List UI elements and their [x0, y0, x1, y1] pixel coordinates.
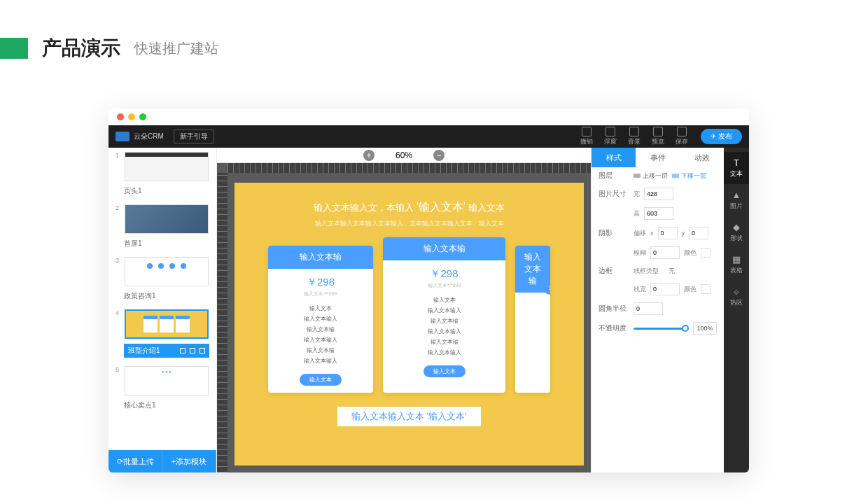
save-button[interactable]: 保存 [676, 127, 688, 146]
slide-item[interactable]: 3 政策咨询1 [108, 253, 216, 305]
slide-label: 页头1 [124, 186, 209, 196]
tool-image[interactable]: ▲图片 [724, 184, 749, 216]
card-button[interactable]: 输入文本 [424, 365, 465, 377]
slide-item[interactable]: 5 ● ● ● 核心卖点1 [108, 362, 216, 414]
tool-hotzone[interactable]: ⟐热区 [724, 281, 749, 313]
shape-icon: ◆ [732, 222, 741, 232]
border-width-input[interactable] [650, 283, 680, 295]
shadow-x-input[interactable] [658, 227, 678, 239]
slide-item[interactable]: 4 班型介绍1 [108, 305, 216, 362]
brand-logo: 云朵CRM [115, 132, 164, 141]
edit-icon[interactable] [180, 348, 186, 354]
card-button[interactable]: 输入文本 [300, 374, 342, 386]
float-button[interactable]: 浮窗 [604, 127, 617, 146]
copy-icon[interactable] [190, 348, 195, 354]
layer-up-button[interactable]: 上移一层 [634, 172, 668, 181]
card-header: 输入文本输 [268, 246, 373, 269]
width-input[interactable] [644, 188, 673, 200]
slide-thumb[interactable] [125, 204, 209, 234]
batch-upload-button[interactable]: ⟳ 批量上传 [108, 450, 162, 472]
minimize-icon[interactable] [128, 113, 135, 120]
page-header: 产品演示 快速推广建站 [0, 0, 847, 76]
close-icon[interactable] [117, 113, 124, 120]
add-module-button[interactable]: + 添加模块 [162, 450, 216, 472]
layer-up-icon [634, 174, 640, 178]
slide-item[interactable]: 1 页头1 [108, 148, 216, 200]
preview-button[interactable]: 预览 [652, 127, 664, 146]
price-card-featured[interactable]: 输入文本输 ￥298 输入文本*/*999 输入文本 输入文本输入 输入文本输 … [383, 237, 505, 393]
window-titlebar [108, 108, 749, 125]
opacity-slider[interactable] [634, 328, 689, 330]
float-icon [606, 127, 615, 136]
canvas-heading[interactable]: 输入文本输入文，本输入 '输入文本' 输入文本 [241, 200, 577, 215]
slide-label: 政策咨询1 [124, 291, 209, 301]
ruler-vertical [217, 173, 227, 472]
text-icon: T [732, 158, 741, 167]
shadow-blur-input[interactable] [650, 246, 680, 259]
undo-icon [582, 127, 592, 136]
card-price: ￥298 [268, 269, 373, 290]
price-card-partial[interactable]: 输入文本输 › [515, 246, 550, 393]
tool-table[interactable]: ▦表格 [724, 248, 749, 281]
slide-label: 核心卖点1 [124, 400, 209, 410]
slide-thumb[interactable] [125, 257, 209, 286]
zoom-in-button[interactable]: + [363, 150, 374, 161]
border-label: 边框 [598, 266, 629, 276]
guide-button[interactable]: 新手引导 [174, 130, 214, 144]
page-subtitle: 快速推广建站 [134, 39, 218, 58]
table-icon: ▦ [732, 254, 741, 264]
opacity-value: 100% [693, 322, 717, 335]
undo-button[interactable]: 撤销 [580, 127, 593, 146]
shadow-color-swatch[interactable] [701, 248, 710, 258]
accent-block [0, 38, 28, 59]
tool-shape[interactable]: ◆形状 [724, 216, 749, 248]
ruler-horizontal [227, 163, 591, 173]
tab-event[interactable]: 事件 [636, 148, 680, 167]
canvas-area[interactable]: + 60% − 输入文本输入文，本输入 '输入文本' 输入文本 输入文本输入文本… [217, 148, 591, 472]
hotzone-icon: ⟐ [732, 286, 741, 296]
tool-text[interactable]: T文本 [724, 152, 749, 184]
background-icon [629, 127, 639, 136]
background-button[interactable]: 背景 [628, 127, 640, 146]
properties-panel: 样式 事件 动效 图层 上移一层 下移一层 图片尺寸 宽 高 阴影 [591, 148, 724, 472]
size-label: 图片尺寸 [598, 189, 629, 199]
maximize-icon[interactable] [139, 113, 146, 120]
app-window: 云朵CRM 新手引导 撤销 浮窗 背景 预览 保存 ✈ 发布 1 页头1 2 首… [108, 108, 749, 472]
zoom-out-button[interactable]: − [433, 150, 444, 161]
border-color-swatch[interactable] [701, 284, 710, 294]
slides-panel: 1 页头1 2 首屏1 3 政策咨询1 4 班型介绍1 [108, 148, 217, 472]
publish-button[interactable]: ✈ 发布 [701, 129, 742, 144]
slide-label: 首屏1 [124, 239, 209, 248]
shadow-label: 阴影 [598, 228, 629, 238]
layer-down-button[interactable]: 下移一层 [672, 172, 706, 181]
save-icon [677, 127, 687, 136]
left-footer: ⟳ 批量上传 + 添加模块 [108, 450, 216, 472]
price-card[interactable]: 输入文本输 ￥298 输入文本*/*999 输入文本 输入文本输入 输入文本输 … [268, 246, 373, 393]
canvas-bottom-text[interactable]: 输入文本输入文本 '输入文本' [337, 407, 481, 426]
slide-thumb[interactable] [125, 152, 209, 181]
canvas-subheading[interactable]: 输入文本输入文本输入文本输入、文本输入文本输入文本、输入文本 [241, 219, 577, 228]
property-tabs: 样式 事件 动效 [592, 148, 724, 167]
pricing-cards-row: 输入文本输 ￥298 输入文本*/*999 输入文本 输入文本输入 输入文本输 … [241, 246, 577, 393]
delete-icon[interactable] [200, 348, 205, 354]
zoom-value: 60% [396, 150, 412, 160]
tool-strip: T文本 ▲图片 ◆形状 ▦表格 ⟐热区 [724, 148, 749, 472]
slide-thumb-selected[interactable] [125, 309, 209, 339]
layer-label: 图层 [598, 171, 629, 181]
slide-item[interactable]: 2 首屏1 [108, 200, 216, 253]
layer-down-icon [672, 174, 679, 178]
tab-effect[interactable]: 动效 [680, 148, 724, 167]
border-type-value[interactable]: 无 [668, 267, 675, 276]
zoom-bar: + 60% − [217, 148, 591, 163]
canvas-content[interactable]: 输入文本输入文，本输入 '输入文本' 输入文本 输入文本输入文本输入文本输入、文… [234, 183, 584, 465]
slide-label-selected: 班型介绍1 [124, 344, 209, 358]
radius-input[interactable] [634, 302, 663, 315]
next-arrow-icon[interactable]: › [543, 281, 550, 295]
shadow-y-input[interactable] [689, 227, 708, 239]
height-input[interactable] [644, 207, 673, 220]
slide-thumb[interactable]: ● ● ● [125, 366, 209, 396]
brand-name: 云朵CRM [134, 132, 164, 141]
logo-icon [115, 132, 130, 141]
tab-style[interactable]: 样式 [592, 148, 636, 167]
radius-label: 圆角半径 [598, 304, 629, 314]
